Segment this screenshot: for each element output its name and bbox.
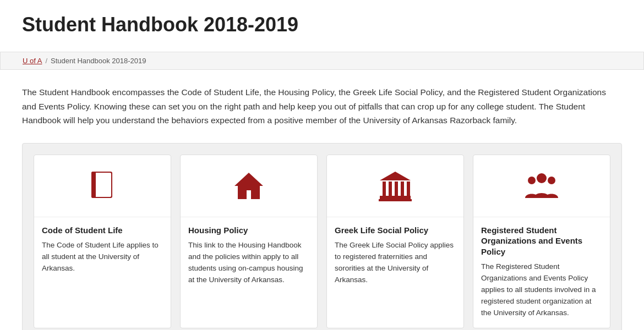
card-greek-life-social-policy[interactable]: Greek Life Social Policy The Greek Life … — [326, 155, 464, 328]
page-header: Student Handbook 2018-2019 — [0, 0, 644, 52]
bank-icon — [378, 168, 413, 206]
breadcrumb-home[interactable]: U of A — [23, 57, 42, 65]
svg-rect-13 — [407, 182, 410, 196]
breadcrumb-current: Student Handbook 2018-2019 — [51, 57, 146, 65]
main-content: The Student Handbook encompasses the Cod… — [0, 70, 644, 330]
card-housing-policy[interactable]: Housing Policy This link to the Housing … — [180, 155, 318, 328]
svg-marker-8 — [380, 172, 411, 180]
svg-rect-3 — [91, 172, 96, 198]
group-icon — [524, 168, 559, 206]
svg-rect-14 — [380, 196, 411, 199]
breadcrumb: U of A / Student Handbook 2018-2019 — [0, 52, 644, 70]
svg-point-17 — [528, 177, 536, 184]
svg-rect-10 — [389, 182, 392, 196]
card-body: Registered Student Organizations and Eve… — [473, 217, 610, 328]
card-body: Housing Policy This link to the Housing … — [181, 217, 317, 295]
card-registered-student-organizations[interactable]: Registered Student Organizations and Eve… — [473, 155, 610, 328]
card-desc: The Registered Student Organizations and… — [481, 261, 602, 319]
svg-point-16 — [537, 173, 547, 183]
svg-rect-9 — [383, 182, 386, 196]
card-title: Code of Student Life — [42, 225, 163, 236]
card-desc: The Code of Student Life applies to all … — [42, 240, 163, 274]
svg-rect-15 — [379, 199, 412, 201]
cards-container: Code of Student Life The Code of Student… — [22, 143, 622, 330]
svg-rect-11 — [395, 182, 398, 196]
card-icon-area — [327, 155, 463, 217]
book-icon — [85, 168, 120, 206]
svg-marker-7 — [234, 173, 263, 199]
card-code-of-student-life[interactable]: Code of Student Life The Code of Student… — [34, 155, 171, 328]
card-icon-area — [34, 155, 171, 217]
intro-text: The Student Handbook encompasses the Cod… — [22, 85, 616, 128]
house-icon — [231, 168, 266, 206]
card-title: Greek Life Social Policy — [335, 225, 456, 236]
card-body: Code of Student Life The Code of Student… — [34, 217, 171, 283]
svg-rect-12 — [401, 182, 404, 196]
card-icon-area — [473, 155, 610, 217]
card-title: Housing Policy — [188, 225, 309, 236]
card-body: Greek Life Social Policy The Greek Life … — [327, 217, 463, 295]
card-icon-area — [181, 155, 317, 217]
page-title: Student Handbook 2018-2019 — [22, 13, 622, 36]
svg-point-18 — [548, 177, 555, 184]
breadcrumb-separator: / — [45, 57, 47, 65]
card-title: Registered Student Organizations and Eve… — [481, 225, 602, 257]
card-desc: The Greek Life Social Policy applies to … — [335, 240, 456, 286]
card-desc: This link to the Housing Handbook and th… — [188, 240, 309, 286]
